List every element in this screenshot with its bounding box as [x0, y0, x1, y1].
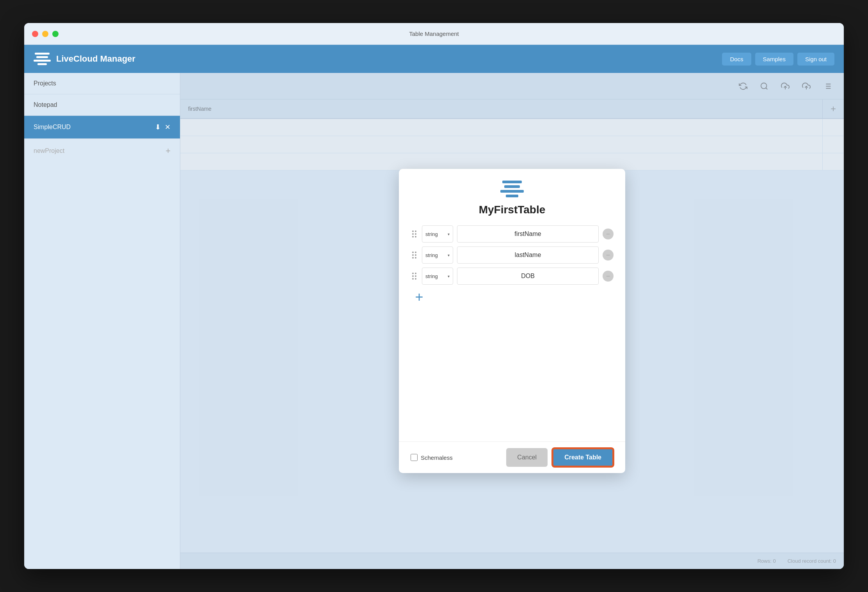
sidebar-item-notepad[interactable]: Notepad — [24, 94, 180, 116]
field-type-select-1[interactable]: string ▾ — [422, 225, 453, 243]
new-project-item[interactable]: newProject + — [24, 139, 180, 163]
modal-logo-bar-3 — [500, 190, 524, 193]
add-project-icon[interactable]: + — [165, 146, 171, 156]
field-row-1: string ▾ − — [411, 225, 614, 243]
minimize-button[interactable] — [42, 31, 48, 37]
modal-body: MyFirstTable string — [399, 169, 625, 441]
traffic-lights — [32, 31, 59, 37]
app-window: Table Management LiveCloud Manager Docs … — [24, 23, 844, 569]
sidebar-item-projects[interactable]: Projects — [24, 73, 180, 94]
schemaless-label: Schemaless — [421, 454, 453, 461]
title-bar: Table Management — [24, 23, 844, 45]
close-icon[interactable]: ✕ — [165, 123, 171, 131]
field-type-select-3[interactable]: string ▾ — [422, 268, 453, 285]
schemaless-checkbox[interactable] — [411, 454, 418, 461]
docs-button[interactable]: Docs — [722, 53, 751, 66]
main-panel: firstName + — [180, 73, 844, 569]
modal-logo-bar-2 — [504, 185, 520, 188]
create-table-button[interactable]: Create Table — [552, 448, 614, 467]
window-title: Table Management — [409, 30, 459, 37]
create-table-modal: MyFirstTable string — [399, 169, 625, 473]
sign-out-button[interactable]: Sign out — [797, 53, 834, 66]
modal-logo-bar-4 — [506, 195, 518, 197]
samples-button[interactable]: Samples — [755, 53, 793, 66]
logo-bar-2 — [36, 56, 48, 58]
sidebar-item-simplecrud[interactable]: SimpleCRUD ⬇ ✕ — [24, 116, 180, 139]
drag-handle-2[interactable] — [411, 250, 418, 260]
maximize-button[interactable] — [52, 31, 59, 37]
chevron-down-icon: ▾ — [448, 253, 450, 257]
chevron-down-icon: ▾ — [448, 274, 450, 278]
brand-name: LiveCloud Manager — [56, 54, 135, 64]
app-header: LiveCloud Manager Docs Samples Sign out — [24, 45, 844, 73]
fields-container: string ▾ − — [411, 225, 614, 306]
modal-title: MyFirstTable — [479, 204, 546, 216]
minus-icon: − — [606, 273, 610, 280]
minus-icon: − — [606, 252, 610, 259]
remove-field-button-3[interactable]: − — [603, 271, 614, 282]
field-row-3: string ▾ − — [411, 268, 614, 285]
logo-icon — [34, 53, 51, 65]
remove-field-button-2[interactable]: − — [603, 250, 614, 261]
minus-icon: − — [606, 230, 610, 238]
download-icon[interactable]: ⬇ — [155, 123, 161, 131]
field-name-input-2[interactable] — [457, 246, 599, 264]
close-button[interactable] — [32, 31, 38, 37]
field-row-2: string ▾ − — [411, 246, 614, 264]
modal-logo-bar-1 — [502, 181, 522, 183]
sidebar: Projects Notepad SimpleCRUD ⬇ ✕ newProje… — [24, 73, 180, 569]
drag-handle-3[interactable] — [411, 271, 418, 281]
logo-bar-1 — [35, 53, 50, 55]
modal-logo — [500, 181, 524, 197]
sidebar-item-actions: ⬇ ✕ — [155, 123, 171, 131]
drag-handle-1[interactable] — [411, 229, 418, 239]
logo-bar-3 — [34, 60, 51, 62]
field-name-input-1[interactable] — [457, 225, 599, 243]
modal-overlay: MyFirstTable string — [180, 73, 844, 569]
nav-buttons: Docs Samples Sign out — [722, 53, 834, 66]
remove-field-button-1[interactable]: − — [603, 229, 614, 239]
schemaless-wrap: Schemaless — [411, 454, 453, 461]
body-layout: Projects Notepad SimpleCRUD ⬇ ✕ newProje… — [24, 73, 844, 569]
field-name-input-3[interactable] — [457, 268, 599, 285]
footer-buttons: Cancel Create Table — [506, 448, 614, 467]
field-type-select-2[interactable]: string ▾ — [422, 246, 453, 264]
add-field-button[interactable]: + — [411, 289, 428, 306]
logo-bar-4 — [37, 63, 47, 65]
app-logo-group: LiveCloud Manager — [34, 53, 135, 65]
cancel-button[interactable]: Cancel — [506, 448, 548, 467]
chevron-down-icon: ▾ — [448, 232, 450, 236]
modal-footer: Schemaless Cancel Create Table — [399, 441, 625, 473]
